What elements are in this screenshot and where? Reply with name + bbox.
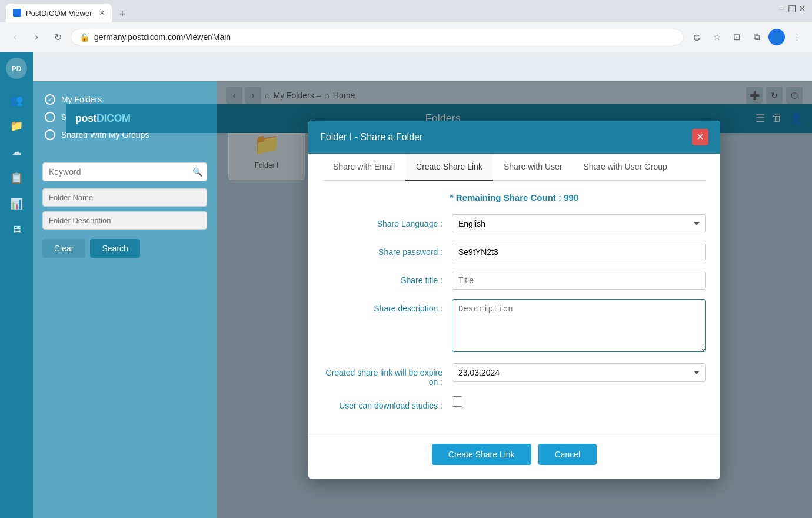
main-area: ✓ My Folders Shared With Me Shared With … bbox=[33, 81, 812, 518]
menu-icon[interactable]: ⋮ bbox=[788, 29, 805, 45]
nav-dot-shared-with-groups bbox=[45, 130, 55, 140]
share-description-label: Share description : bbox=[322, 299, 452, 313]
tab-title: PostDICOM Viewer bbox=[26, 9, 95, 18]
window-maximize[interactable]: ☐ bbox=[788, 4, 796, 15]
keyword-search-icon[interactable]: 🔍 bbox=[192, 167, 202, 177]
share-language-label: Share Language : bbox=[322, 214, 452, 228]
check-icon: ✓ bbox=[48, 96, 53, 104]
nav-dot-my-folders: ✓ bbox=[45, 94, 55, 105]
modal-footer: Create Share Link Cancel bbox=[308, 434, 720, 479]
new-tab-btn[interactable]: + bbox=[114, 6, 131, 22]
svg-text:PD: PD bbox=[12, 65, 22, 73]
app-logo-text: postDICOM bbox=[75, 112, 131, 125]
modal-close-btn[interactable]: × bbox=[692, 129, 708, 145]
share-language-row: Share Language : English German French S… bbox=[322, 214, 706, 233]
nav-refresh-btn[interactable]: ↻ bbox=[49, 29, 66, 45]
download-control bbox=[452, 396, 706, 407]
window-minimize[interactable]: – bbox=[779, 4, 784, 15]
browser-tab[interactable]: PostDICOM Viewer × bbox=[6, 4, 112, 22]
nav-label-my-folders: My Folders bbox=[61, 95, 102, 104]
expire-row: Created share link will be expire on : 2… bbox=[322, 363, 706, 387]
share-title-label: Share title : bbox=[322, 271, 452, 285]
tab-favicon bbox=[13, 9, 21, 17]
download-checkbox[interactable] bbox=[452, 396, 462, 407]
share-title-control bbox=[452, 271, 706, 290]
tab-share-user-group[interactable]: Share with User Group bbox=[573, 154, 677, 181]
address-bar[interactable]: 🔒 germany.postdicom.com/Viewer/Main bbox=[71, 29, 684, 45]
cancel-button[interactable]: Cancel bbox=[538, 444, 597, 465]
url-text: germany.postdicom.com/Viewer/Main bbox=[94, 32, 675, 42]
modal-body: Share with Email Create Share Link Share… bbox=[308, 154, 720, 434]
share-language-select[interactable]: English German French Spanish Turkish bbox=[452, 214, 706, 233]
share-language-control: English German French Spanish Turkish bbox=[452, 214, 706, 233]
remaining-count: * Remaining Share Count : 990 bbox=[322, 192, 706, 202]
left-panel: ✓ My Folders Shared With Me Shared With … bbox=[33, 81, 217, 518]
keyword-search-box: 🔍 bbox=[42, 162, 207, 181]
share-title-row: Share title : bbox=[322, 271, 706, 290]
profile-icon[interactable]: 👤 bbox=[768, 29, 785, 45]
tab-create-share-link[interactable]: Create Share Link bbox=[405, 154, 493, 181]
share-description-control bbox=[452, 299, 706, 354]
icon-sidebar: PD 👥 📁 ☁ 📋 📊 🖥 bbox=[0, 52, 33, 518]
share-password-control bbox=[452, 243, 706, 261]
sidebar-icon-cloud[interactable]: ☁ bbox=[5, 140, 28, 164]
sidebar-icon-analytics[interactable]: 📊 bbox=[5, 192, 28, 215]
translate-icon[interactable]: G bbox=[688, 29, 705, 45]
tab-share-user[interactable]: Share with User bbox=[493, 154, 573, 181]
nav-forward-btn[interactable]: › bbox=[28, 29, 45, 45]
sidebar-icon-users[interactable]: 👥 bbox=[5, 88, 28, 112]
share-description-textarea[interactable] bbox=[452, 299, 706, 352]
nav-right-icons: G ☆ ⊡ ⧉ 👤 ⋮ bbox=[688, 29, 805, 45]
sidebar-icon-monitor[interactable]: 🖥 bbox=[5, 218, 28, 241]
expire-control: 23.03.2024 30.03.2024 06.04.2024 bbox=[452, 363, 706, 382]
share-title-input[interactable] bbox=[452, 271, 706, 290]
browser-chrome: – ☐ × PostDICOM Viewer × + ‹ › ↻ 🔒 germa… bbox=[0, 0, 812, 52]
window-close[interactable]: × bbox=[800, 4, 805, 15]
tab-bar: – ☐ × PostDICOM Viewer × + bbox=[0, 0, 812, 22]
tab-close-btn[interactable]: × bbox=[99, 8, 105, 18]
share-password-row: Share password : bbox=[322, 243, 706, 261]
modal-header: Folder I - Share a Folder × bbox=[308, 121, 720, 154]
nav-back-btn[interactable]: ‹ bbox=[7, 29, 24, 45]
share-folder-modal: Folder I - Share a Folder × Share with E… bbox=[308, 121, 720, 479]
folder-name-input[interactable] bbox=[42, 188, 207, 207]
folder-description-input[interactable] bbox=[42, 211, 207, 230]
share-password-input[interactable] bbox=[452, 243, 706, 261]
expire-select[interactable]: 23.03.2024 30.03.2024 06.04.2024 bbox=[452, 363, 706, 382]
create-share-link-button[interactable]: Create Share Link bbox=[432, 444, 531, 465]
modal-title: Folder I - Share a Folder bbox=[320, 132, 422, 142]
right-content: ‹ › ⌂ My Folders – ⌂ Home ➕ ↻ ⬡ bbox=[217, 81, 812, 518]
sidebar-icon-folder[interactable]: 📁 bbox=[5, 114, 28, 138]
nav-dot-shared-with-me bbox=[45, 112, 55, 122]
browser-nav-bar: ‹ › ↻ 🔒 germany.postdicom.com/Viewer/Mai… bbox=[0, 22, 812, 52]
bookmark-icon[interactable]: ☆ bbox=[708, 29, 725, 45]
download-row: User can download studies : bbox=[322, 396, 706, 410]
keyword-input[interactable] bbox=[42, 162, 207, 181]
app-container: PD 👥 📁 ☁ 📋 📊 🖥 postDICOM Folders ☰ 🗑 👤 bbox=[0, 52, 812, 518]
modal-tabs: Share with Email Create Share Link Share… bbox=[322, 154, 706, 181]
clear-button[interactable]: Clear bbox=[42, 239, 85, 258]
download-label: User can download studies : bbox=[322, 396, 452, 410]
sidebar-icon-list[interactable]: 📋 bbox=[5, 166, 28, 190]
share-description-row: Share description : bbox=[322, 299, 706, 354]
expire-label: Created share link will be expire on : bbox=[322, 363, 452, 387]
modal-overlay: Folder I - Share a Folder × Share with E… bbox=[217, 81, 812, 518]
nav-separator bbox=[42, 144, 207, 153]
app-logo-icon: PD bbox=[5, 57, 28, 80]
extensions-icon[interactable]: ⧉ bbox=[748, 29, 765, 45]
download-checkbox-row bbox=[452, 396, 706, 407]
tab-share-email[interactable]: Share with Email bbox=[322, 154, 405, 181]
search-button[interactable]: Search bbox=[90, 239, 139, 258]
cast-icon[interactable]: ⊡ bbox=[728, 29, 745, 45]
share-password-label: Share password : bbox=[322, 243, 452, 257]
action-buttons: Clear Search bbox=[42, 239, 207, 258]
filter-inputs bbox=[42, 188, 207, 230]
